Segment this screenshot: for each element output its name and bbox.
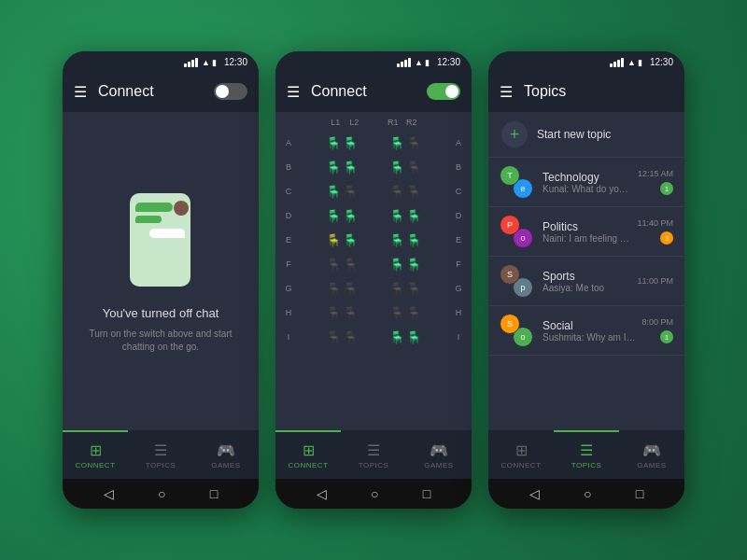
- android-nav-1: ◁ ○ □: [63, 479, 259, 509]
- seat-icon[interactable]: 🪑: [343, 306, 358, 320]
- chat-toggle-2[interactable]: [427, 83, 460, 100]
- seat-icon[interactable]: 🪑: [389, 258, 404, 272]
- topics-label-2: TOPICS: [359, 461, 389, 469]
- signal-bar-3-3: [617, 60, 620, 67]
- seat-row-label-right: G: [453, 284, 464, 293]
- nav-games-1[interactable]: 🎮 GAMES: [193, 430, 259, 479]
- nav-topics-3[interactable]: ☰ TOPICS: [554, 430, 619, 479]
- seat-icon[interactable]: 🪑: [343, 185, 358, 199]
- nav-topics-1[interactable]: ☰ TOPICS: [128, 430, 193, 479]
- left-seat-group: 🪑🪑: [326, 233, 358, 247]
- topic-item[interactable]: PoPoliticsNaini: I am feeling so Noob11:…: [488, 207, 684, 257]
- seat-icon[interactable]: 🪑: [389, 161, 404, 175]
- topics-content: + Start new topic TeTechnologyKunal: Wha…: [488, 112, 684, 430]
- seat-icon[interactable]: 🪑: [343, 282, 358, 296]
- status-bar-1: ▲ ▮ 12:30: [63, 51, 259, 71]
- seat-icon[interactable]: 🪑: [406, 209, 421, 223]
- topics-label-1: TOPICS: [146, 461, 176, 469]
- seat-icon[interactable]: 🪑: [326, 258, 341, 272]
- left-seat-group: 🪑🪑: [326, 282, 358, 296]
- seat-icon[interactable]: 🪑: [389, 185, 404, 199]
- seat-icon[interactable]: 🪑: [406, 136, 421, 150]
- seat-icon[interactable]: 🪑: [406, 161, 421, 175]
- topic-item[interactable]: TeTechnologyKunal: What do you think?12:…: [488, 158, 684, 207]
- seat-icon[interactable]: 🪑: [343, 209, 358, 223]
- seat-icon[interactable]: 🪑: [343, 330, 358, 344]
- seat-icon[interactable]: 🪑: [406, 282, 421, 296]
- nav-topics-2[interactable]: ☰ TOPICS: [341, 430, 406, 479]
- topic-badge: 1: [660, 182, 673, 195]
- left-col-headers: L1 L2: [327, 118, 362, 127]
- home-btn-2[interactable]: ○: [371, 486, 378, 501]
- seat-row-label-right: E: [453, 235, 464, 245]
- signal-bar-1: [184, 63, 187, 67]
- hamburger-icon-3[interactable]: ☰: [500, 83, 513, 101]
- connect-label-3: CONNECT: [500, 461, 541, 469]
- nav-connect-1[interactable]: ⊞ CONNECT: [63, 430, 128, 479]
- seat-row-label-left: H: [283, 308, 294, 317]
- seat-icon[interactable]: 🪑: [343, 258, 358, 272]
- seat-icon[interactable]: 🪑: [326, 330, 341, 344]
- nav-connect-3[interactable]: ⊞ CONNECT: [488, 430, 554, 479]
- seat-icon[interactable]: 🪑: [389, 209, 404, 223]
- nav-games-3[interactable]: 🎮 GAMES: [619, 430, 684, 479]
- seat-icon[interactable]: 🪑: [343, 161, 358, 175]
- nav-connect-2[interactable]: ⊞ CONNECT: [275, 430, 341, 479]
- seat-row: C🪑🪑🪑🪑C: [283, 181, 464, 202]
- topic-item[interactable]: SoSocialSushmita: Why am I here?8:00 PM1: [488, 306, 684, 356]
- topic-name: Technology: [543, 171, 632, 184]
- recent-btn-2[interactable]: □: [423, 486, 430, 501]
- app-header-2: ☰ Connect: [275, 71, 472, 112]
- seat-icon[interactable]: 🪑: [389, 233, 404, 247]
- hamburger-icon-2[interactable]: ☰: [287, 83, 300, 101]
- seat-row-label-left: F: [283, 259, 294, 269]
- seat-icon[interactable]: 🪑: [389, 330, 404, 344]
- chat-bubble-2: [135, 216, 162, 223]
- topic-meta: 11:40 PM3: [637, 218, 673, 245]
- topics-label-3: TOPICS: [571, 461, 602, 469]
- seat-icon[interactable]: 🪑: [406, 306, 421, 320]
- android-nav-3: ◁ ○ □: [488, 479, 684, 509]
- app-title-1: Connect: [98, 83, 214, 100]
- back-btn-1[interactable]: ◁: [104, 486, 114, 501]
- seat-icon[interactable]: 🪑: [326, 185, 341, 199]
- chat-toggle-1[interactable]: [214, 83, 247, 100]
- status-time-3: 12:30: [650, 57, 673, 67]
- wifi-icon: ▲: [202, 58, 210, 67]
- right-seat-group: 🪑🪑: [389, 306, 421, 320]
- seat-icon[interactable]: 🪑: [406, 258, 421, 272]
- seat-icon[interactable]: 🪑: [326, 306, 341, 320]
- topic-avatar-1: S: [500, 264, 520, 285]
- seat-icon[interactable]: 🪑: [343, 233, 358, 247]
- new-topic-button[interactable]: + Start new topic: [488, 112, 684, 158]
- seat-icon[interactable]: 🪑: [406, 330, 421, 344]
- seat-icon[interactable]: 🪑: [326, 161, 341, 175]
- seat-icon[interactable]: 🪑: [343, 136, 358, 150]
- chat-off-title: You've turned off chat: [103, 306, 219, 320]
- seat-row: H🪑🪑🪑🪑H: [283, 302, 464, 323]
- phone-3: ▲ ▮ 12:30 ☰ Topics + Start new topic TeT…: [488, 51, 684, 509]
- seat-icon[interactable]: 🪑: [326, 209, 341, 223]
- status-bar-2: ▲ ▮ 12:30: [275, 51, 472, 71]
- recent-btn-3[interactable]: □: [636, 486, 643, 501]
- seat-icon[interactable]: 🪑: [326, 233, 341, 247]
- seat-icon[interactable]: 🪑: [406, 233, 421, 247]
- right-seat-group: 🪑🪑: [389, 161, 421, 175]
- home-btn-3[interactable]: ○: [584, 486, 591, 501]
- seat-icon[interactable]: 🪑: [406, 185, 421, 199]
- nav-games-2[interactable]: 🎮 GAMES: [406, 430, 472, 479]
- topic-item[interactable]: SpSportsAasiya: Me too11:00 PM: [488, 257, 684, 306]
- bottom-nav-1: ⊞ CONNECT ☰ TOPICS 🎮 GAMES: [63, 430, 259, 479]
- back-btn-2[interactable]: ◁: [317, 486, 327, 501]
- seat-icon[interactable]: 🪑: [326, 282, 341, 296]
- seat-icon[interactable]: 🪑: [389, 136, 404, 150]
- home-btn-1[interactable]: ○: [158, 486, 165, 501]
- seat-icon[interactable]: 🪑: [389, 306, 404, 320]
- topic-info: PoliticsNaini: I am feeling so Noob: [543, 220, 631, 244]
- seat-icon[interactable]: 🪑: [326, 136, 341, 150]
- seat-icon[interactable]: 🪑: [389, 282, 404, 296]
- recent-btn-1[interactable]: □: [210, 486, 218, 501]
- hamburger-icon-1[interactable]: ☰: [74, 83, 87, 101]
- back-btn-3[interactable]: ◁: [529, 486, 540, 501]
- left-seat-group: 🪑🪑: [326, 136, 358, 150]
